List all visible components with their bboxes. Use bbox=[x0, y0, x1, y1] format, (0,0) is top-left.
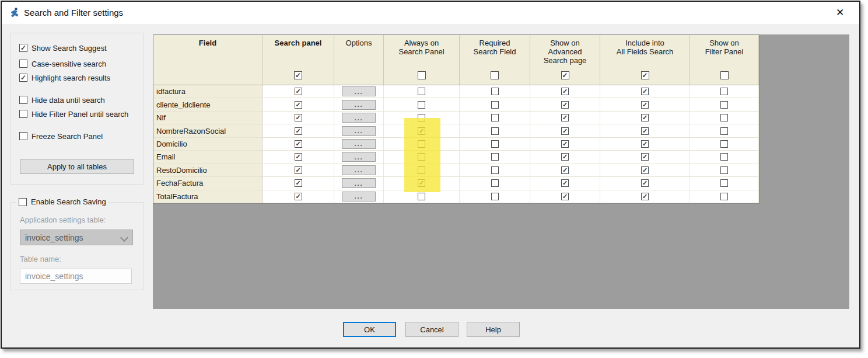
always_on-checkbox-7[interactable]: ✓ bbox=[418, 179, 425, 187]
app-settings-table-select[interactable]: invoice_settings bbox=[20, 230, 133, 245]
options-cell: ... bbox=[334, 151, 384, 164]
option-checkbox-5[interactable] bbox=[19, 132, 27, 140]
required-checkbox-2[interactable] bbox=[491, 114, 499, 121]
options-button[interactable]: ... bbox=[342, 165, 376, 175]
advanced-checkbox-6[interactable]: ✓ bbox=[561, 166, 569, 174]
field-name-cell: FechaFactura bbox=[153, 177, 262, 190]
always_on-checkbox-0[interactable] bbox=[418, 88, 425, 95]
all_fields-checkbox-1[interactable]: ✓ bbox=[641, 101, 649, 109]
options-button[interactable]: ... bbox=[342, 178, 376, 188]
always_on-checkbox-1[interactable] bbox=[418, 101, 425, 109]
table-row: idfactura✓...✓✓ bbox=[153, 85, 759, 98]
always_on-checkbox-6[interactable] bbox=[418, 166, 425, 174]
options-cell: ... bbox=[334, 124, 384, 137]
required-checkbox-7[interactable] bbox=[491, 179, 499, 187]
required-cell bbox=[460, 177, 530, 190]
options-button[interactable]: ... bbox=[342, 139, 376, 149]
required-checkbox-0[interactable] bbox=[491, 88, 499, 95]
search_panel-checkbox-1[interactable]: ✓ bbox=[295, 101, 302, 109]
option-label: Hide Filter Panel until search bbox=[32, 110, 128, 119]
cancel-button[interactable]: Cancel bbox=[405, 322, 459, 337]
required-checkbox-8[interactable] bbox=[491, 193, 499, 200]
field-name-cell: Domicilio bbox=[153, 138, 262, 151]
search_panel-checkbox-7[interactable]: ✓ bbox=[295, 179, 302, 187]
all_fields-cell: ✓ bbox=[600, 177, 690, 190]
options-button[interactable]: ... bbox=[342, 86, 376, 96]
filter_panel-checkbox-1[interactable] bbox=[720, 101, 728, 109]
advanced-checkbox-2[interactable]: ✓ bbox=[561, 114, 569, 121]
options-button[interactable]: ... bbox=[342, 126, 376, 136]
search_panel-cell: ✓ bbox=[262, 151, 334, 164]
all_fields-checkbox-6[interactable]: ✓ bbox=[641, 166, 649, 174]
option-checkbox-1[interactable] bbox=[19, 60, 27, 68]
all_fields-checkbox-5[interactable]: ✓ bbox=[641, 153, 649, 161]
search_panel-checkbox-3[interactable]: ✓ bbox=[295, 127, 302, 135]
option-checkbox-0[interactable]: ✓ bbox=[19, 44, 27, 52]
advanced-checkbox-3[interactable]: ✓ bbox=[561, 127, 569, 135]
options-button[interactable]: ... bbox=[342, 192, 376, 201]
search_panel-checkbox-0[interactable]: ✓ bbox=[295, 88, 302, 95]
always_on-checkbox-4[interactable] bbox=[418, 140, 425, 148]
filter_panel-checkbox-8[interactable] bbox=[720, 193, 728, 200]
enable-search-saving-checkbox[interactable] bbox=[19, 198, 27, 206]
header-checkbox-4[interactable] bbox=[491, 71, 499, 79]
header-checkbox-3[interactable] bbox=[418, 71, 426, 79]
filter_panel-checkbox-0[interactable] bbox=[720, 88, 728, 95]
grid-panel: FieldSearch panel✓OptionsAlways on Searc… bbox=[153, 34, 849, 309]
all_fields-checkbox-4[interactable]: ✓ bbox=[641, 140, 649, 148]
advanced-checkbox-7[interactable]: ✓ bbox=[561, 179, 569, 187]
all_fields-checkbox-8[interactable]: ✓ bbox=[641, 193, 649, 200]
ok-button[interactable]: OK bbox=[343, 322, 396, 337]
always_on-checkbox-5[interactable] bbox=[418, 153, 425, 161]
header-checkbox-1[interactable]: ✓ bbox=[294, 71, 302, 79]
always_on-checkbox-3[interactable]: ✓ bbox=[418, 127, 425, 135]
required-checkbox-6[interactable] bbox=[491, 166, 499, 174]
required-cell bbox=[460, 164, 530, 177]
options-button[interactable]: ... bbox=[342, 100, 376, 110]
always_on-checkbox-8[interactable] bbox=[418, 193, 425, 200]
required-checkbox-4[interactable] bbox=[491, 140, 499, 148]
advanced-checkbox-1[interactable]: ✓ bbox=[561, 101, 569, 109]
search_panel-checkbox-2[interactable]: ✓ bbox=[295, 114, 302, 121]
options-button[interactable]: ... bbox=[342, 113, 376, 123]
advanced-checkbox-5[interactable]: ✓ bbox=[561, 153, 569, 161]
all_fields-cell: ✓ bbox=[600, 151, 690, 164]
required-checkbox-3[interactable] bbox=[491, 127, 499, 135]
search_panel-checkbox-5[interactable]: ✓ bbox=[295, 153, 302, 161]
header-checkbox-6[interactable]: ✓ bbox=[641, 71, 649, 79]
filter_panel-checkbox-2[interactable] bbox=[720, 114, 728, 121]
table-name-input[interactable] bbox=[20, 269, 132, 284]
filter_panel-checkbox-7[interactable] bbox=[720, 179, 728, 187]
all_fields-checkbox-7[interactable]: ✓ bbox=[641, 179, 649, 187]
search_panel-checkbox-6[interactable]: ✓ bbox=[295, 166, 302, 174]
always_on-checkbox-2[interactable] bbox=[418, 114, 425, 121]
table-row: Email✓...✓✓ bbox=[153, 151, 759, 164]
option-label: Show Search Suggest bbox=[32, 44, 107, 53]
advanced-checkbox-8[interactable]: ✓ bbox=[561, 193, 569, 200]
filter_panel-checkbox-4[interactable] bbox=[720, 140, 728, 148]
search_panel-checkbox-4[interactable]: ✓ bbox=[295, 140, 302, 148]
filter_panel-checkbox-5[interactable] bbox=[720, 153, 728, 161]
help-button[interactable]: Help bbox=[467, 322, 520, 337]
advanced-checkbox-0[interactable]: ✓ bbox=[561, 88, 569, 95]
search_panel-checkbox-8[interactable]: ✓ bbox=[295, 193, 302, 200]
required-checkbox-1[interactable] bbox=[491, 101, 499, 109]
close-icon[interactable]: ✕ bbox=[834, 6, 846, 19]
all_fields-checkbox-2[interactable]: ✓ bbox=[641, 114, 649, 121]
filter_panel-checkbox-6[interactable] bbox=[720, 166, 728, 174]
options-button[interactable]: ... bbox=[342, 152, 376, 162]
all_fields-checkbox-0[interactable]: ✓ bbox=[641, 88, 649, 95]
filter_panel-cell bbox=[690, 190, 759, 203]
option-checkbox-4[interactable] bbox=[19, 110, 27, 118]
option-label: Freeze Search Panel bbox=[32, 132, 103, 141]
all_fields-checkbox-3[interactable]: ✓ bbox=[641, 127, 649, 135]
option-checkbox-3[interactable] bbox=[19, 96, 27, 104]
always_on-cell bbox=[384, 112, 460, 124]
advanced-checkbox-4[interactable]: ✓ bbox=[561, 140, 569, 148]
header-checkbox-5[interactable]: ✓ bbox=[561, 71, 569, 79]
apply-to-all-tables-button[interactable]: Apply to all tables bbox=[20, 159, 134, 174]
required-checkbox-5[interactable] bbox=[491, 153, 499, 161]
option-checkbox-2[interactable]: ✓ bbox=[19, 74, 27, 82]
filter_panel-checkbox-3[interactable] bbox=[720, 127, 728, 135]
header-checkbox-7[interactable] bbox=[720, 71, 729, 79]
